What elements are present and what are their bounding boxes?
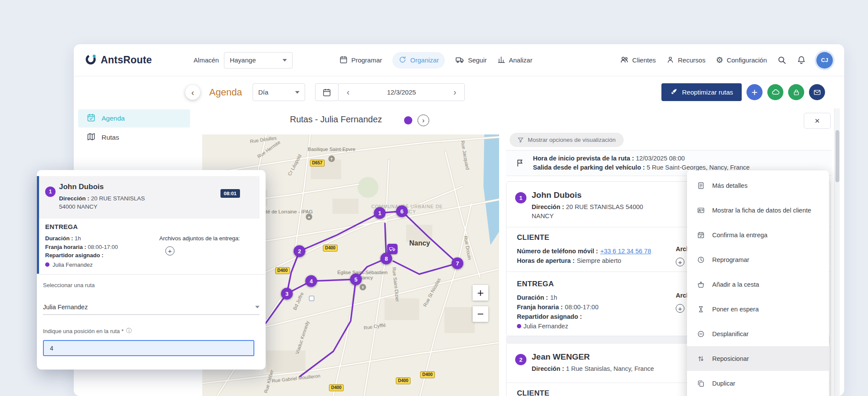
poi-label: Église Saint-Sébastien de Nancy xyxy=(334,270,391,280)
primary-nav: Programar Organizar Seguir xyxy=(339,52,532,69)
add-attachment-icon[interactable] xyxy=(165,246,174,255)
nav-item-configuracion[interactable]: ⚙ Configuración xyxy=(716,56,767,64)
map-marker-2[interactable]: 2 xyxy=(294,245,306,257)
map-marker-5[interactable]: 5 xyxy=(350,274,362,285)
nav-item-recursos[interactable]: Recursos xyxy=(666,56,705,65)
next-route-button[interactable]: › xyxy=(418,115,429,126)
menu-item-desplanificar[interactable]: Desplanificar xyxy=(687,321,829,346)
position-input[interactable] xyxy=(43,340,254,356)
nav-item-programar[interactable]: Programar xyxy=(339,56,382,65)
calendar-picker-button[interactable] xyxy=(315,83,339,101)
flag-icon xyxy=(516,158,525,168)
toolbar-actions: Reoptimizar rutas + xyxy=(661,83,825,101)
map-marker-6[interactable]: 6 xyxy=(396,206,408,217)
current-date: 12/3/2025 xyxy=(358,88,445,96)
route-select-label: Seleccionar una ruta xyxy=(43,282,95,288)
reoptimize-label: Reoptimizar rutas xyxy=(682,88,733,96)
display-options-button[interactable]: Mostrar opciones de visualización xyxy=(510,133,624,147)
modal-stop-header: 1 John Dubois Dirección : 20 RUE STANISL… xyxy=(39,176,260,219)
panel-scrollbar[interactable] xyxy=(834,108,840,396)
clock-icon xyxy=(697,256,705,264)
lock-button[interactable] xyxy=(788,84,804,100)
organize-refresh-icon xyxy=(398,56,407,65)
time-window-row: Franja horaria : 08:00-17:00 xyxy=(45,243,118,252)
user-icon xyxy=(666,56,674,65)
menu-item-confirmar-entrega[interactable]: Confirma la entrega xyxy=(687,223,829,247)
stop-address: Dirección : 20 RUE STANISLAS 54000 NANCY xyxy=(59,194,157,211)
stop-name: John Dubois xyxy=(59,183,104,191)
mail-button[interactable] xyxy=(809,84,825,100)
add-attachment-icon[interactable] xyxy=(676,258,684,266)
route-start-line: Hora de inicio prevista de la ruta : 12/… xyxy=(533,154,750,163)
marker-number: 6 xyxy=(400,208,403,215)
calendar-check-icon xyxy=(697,231,705,239)
zoom-in-button[interactable]: + xyxy=(473,285,488,301)
stop-number-badge: 2 xyxy=(515,354,526,365)
menu-item-ficha-cliente[interactable]: Mostrar la ficha de datos del cliente xyxy=(687,198,829,223)
route-select[interactable]: Julia Fernandez xyxy=(43,299,260,315)
menu-item-reprogramar[interactable]: Reprogramar xyxy=(687,247,829,272)
scrollbar-thumb[interactable] xyxy=(835,130,839,182)
logo-icon xyxy=(85,53,97,67)
tram-stop-icon xyxy=(309,296,314,301)
warehouse-select-value: Hayange xyxy=(230,56,256,64)
zoom-out-button[interactable]: − xyxy=(473,306,488,322)
phone-link[interactable]: +33 6 12 34 56 78 xyxy=(600,246,651,256)
map-marker-3[interactable]: 3 xyxy=(281,288,293,300)
lock-icon xyxy=(792,88,800,96)
map-marker-1[interactable]: 1 xyxy=(374,207,386,219)
plus-icon: + xyxy=(751,86,757,98)
top-navbar: AntsRoute Almacén Hayange Programar xyxy=(74,44,844,76)
nav-item-organizar[interactable]: Organizar xyxy=(392,52,445,69)
attachments-label: Archivos adjuntos de la entrega: xyxy=(159,235,240,242)
collapse-sidebar-button[interactable]: ‹ xyxy=(185,85,200,100)
view-mode-select[interactable]: Día xyxy=(253,83,305,101)
add-button[interactable]: + xyxy=(746,84,763,100)
bell-icon[interactable] xyxy=(797,56,806,65)
map-icon xyxy=(87,132,95,143)
map-marker-4[interactable]: 4 xyxy=(306,275,317,287)
add-attachment-icon[interactable] xyxy=(676,304,684,313)
nav-label: Configuración xyxy=(727,56,767,64)
reoptimize-routes-button[interactable]: Reoptimizar rutas xyxy=(661,83,742,101)
sidebar-item-label: Rutas xyxy=(102,134,119,141)
menu-item-duplicar[interactable]: Duplicar xyxy=(687,371,829,396)
warehouse-select[interactable]: Hayange xyxy=(224,52,293,69)
route-color-dot[interactable] xyxy=(404,116,412,124)
menu-item-poner-espera[interactable]: Poner en espera xyxy=(687,297,829,321)
search-icon[interactable] xyxy=(777,56,786,65)
map-marker-7[interactable]: 7 xyxy=(452,258,464,269)
nav-item-seguir[interactable]: Seguir xyxy=(455,56,487,65)
close-routes-view-button[interactable]: ✕ xyxy=(804,113,831,129)
sidebar-item-agenda[interactable]: Agenda xyxy=(78,109,190,128)
chevron-down-icon xyxy=(283,59,287,62)
nav-item-clientes[interactable]: Clientes xyxy=(620,56,656,65)
vehicle-marker-icon[interactable] xyxy=(387,244,398,254)
next-day-button[interactable]: › xyxy=(445,87,464,97)
poi-label: Basilique Saint-Epvre xyxy=(308,147,355,152)
avatar[interactable]: CJ xyxy=(816,52,833,69)
duration-row: Duración : 1h xyxy=(45,234,118,243)
truck-icon xyxy=(455,56,464,65)
antsroute-logo[interactable]: AntsRoute xyxy=(85,53,152,67)
menu-item-mas-detalles[interactable]: Más detalles xyxy=(687,173,829,198)
gear-icon: ⚙ xyxy=(716,56,723,64)
church-icon: ✝ xyxy=(360,284,366,291)
church-icon: ✝ xyxy=(329,156,335,162)
map-marker-8[interactable]: 8 xyxy=(381,253,392,265)
previous-day-button[interactable]: ‹ xyxy=(339,87,358,97)
sidebar-item-rutas[interactable]: Rutas xyxy=(78,128,190,147)
marker-number: 1 xyxy=(378,210,381,216)
nav-item-analizar[interactable]: Analizar xyxy=(497,56,533,65)
stop-address: Dirección : 20 RUE STANISLAS 54000 NANCY xyxy=(532,203,666,221)
marker-number: 7 xyxy=(456,260,459,267)
copy-icon xyxy=(697,380,705,387)
menu-item-anadir-cesta[interactable]: Añadir a la cesta xyxy=(687,272,829,297)
publish-cloud-button[interactable] xyxy=(767,84,783,100)
position-label: Indique una posición en la ruta * ⓘ xyxy=(43,327,132,335)
eta-badge: 08:01 xyxy=(220,189,240,198)
menu-item-reposicionar[interactable]: Reposicionar xyxy=(687,346,829,371)
bar-chart-icon xyxy=(497,56,506,65)
cloud-icon xyxy=(771,88,780,97)
chevron-left-icon: ‹ xyxy=(191,88,194,98)
